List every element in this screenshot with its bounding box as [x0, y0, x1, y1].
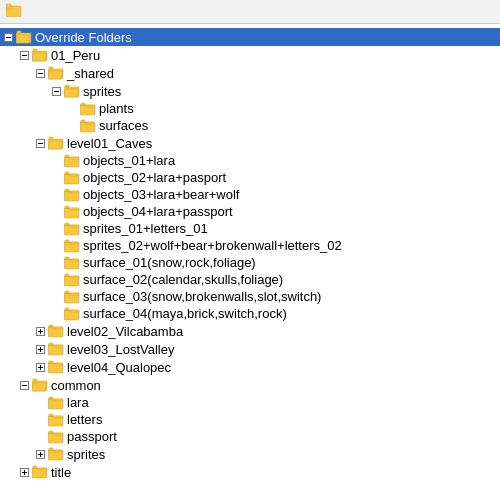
svg-rect-38: [65, 240, 69, 242]
tree-expander[interactable]: [32, 446, 48, 462]
tree-expander[interactable]: [32, 135, 48, 151]
svg-rect-76: [49, 448, 53, 450]
tree-node: letters: [0, 411, 500, 428]
tree-node-label: surface_01(snow,rock,foliage): [83, 255, 256, 270]
folder-icon: [64, 84, 80, 98]
tree-row[interactable]: sprites: [0, 445, 500, 463]
tree-container[interactable]: Override Folders 01_Peru _shared sprites…: [0, 24, 500, 496]
tree-row[interactable]: objects_01+lara: [0, 152, 500, 169]
tree-node-label: sprites: [83, 84, 121, 99]
folder-icon: [48, 66, 64, 80]
tree-expander[interactable]: [48, 83, 64, 99]
tree-node: title: [0, 463, 500, 481]
tree-expander[interactable]: [0, 29, 16, 45]
tree-node-label: sprites_01+letters_01: [83, 221, 208, 236]
tree-row[interactable]: letters: [0, 411, 500, 428]
svg-rect-2: [6, 4, 11, 7]
tree-row[interactable]: surface_04(maya,brick,switch,rock): [0, 305, 500, 322]
tree-row[interactable]: _shared: [0, 64, 500, 82]
tree-node-label: _shared: [67, 66, 114, 81]
folder-icon: [48, 413, 64, 427]
tree-row[interactable]: sprites_01+letters_01: [0, 220, 500, 237]
folder-icon: [48, 136, 64, 150]
tree-row[interactable]: surface_02(calendar,skulls,foliage): [0, 271, 500, 288]
tree-node: objects_02+lara+pasport: [0, 169, 500, 186]
tree-row[interactable]: level02_Vilcabamba: [0, 322, 500, 340]
tree-children: objects_01+lara objects_02+lara+pasport …: [0, 152, 500, 322]
svg-rect-81: [33, 466, 37, 468]
tree-node: level01_Caves objects_01+lara objects_02…: [0, 134, 500, 322]
tree-row[interactable]: surface_03(snow,brokenwalls,slot,switch): [0, 288, 500, 305]
tree-expander[interactable]: [16, 464, 32, 480]
tree-row[interactable]: Override Folders: [0, 28, 500, 46]
tree-children: sprites plants surfaces: [0, 82, 500, 134]
svg-rect-65: [33, 379, 37, 381]
tree-row[interactable]: surfaces: [0, 117, 500, 134]
tree-row[interactable]: level04_Qualopec: [0, 358, 500, 376]
tree-row[interactable]: level01_Caves: [0, 134, 500, 152]
tree-node-label: Override Folders: [35, 30, 132, 45]
tree-node-label: surface_02(calendar,skulls,foliage): [83, 272, 283, 287]
tree-children: plants surfaces: [0, 100, 500, 134]
tree-row[interactable]: plants: [0, 100, 500, 117]
tree-expander[interactable]: [32, 323, 48, 339]
tree-node: objects_04+lara+passport: [0, 203, 500, 220]
tree-children: _shared sprites plants surfaces level01_…: [0, 64, 500, 376]
tree-expander[interactable]: [32, 359, 48, 375]
tree-row[interactable]: 01_Peru: [0, 46, 500, 64]
tree-node-label: title: [51, 465, 71, 480]
tree-row[interactable]: level03_LostValley: [0, 340, 500, 358]
tree-row[interactable]: title: [0, 463, 500, 481]
tree-node: surface_04(maya,brick,switch,rock): [0, 305, 500, 322]
svg-rect-22: [81, 120, 85, 122]
tree-row[interactable]: objects_03+lara+bear+wolf: [0, 186, 500, 203]
svg-rect-14: [49, 67, 53, 69]
tree-node: passport: [0, 428, 500, 445]
svg-rect-40: [65, 257, 69, 259]
tree-node-label: objects_04+lara+passport: [83, 204, 233, 219]
tree-node-label: surface_03(snow,brokenwalls,slot,switch): [83, 289, 321, 304]
tree-row[interactable]: common: [0, 376, 500, 394]
folder-icon-address: [6, 3, 22, 20]
tree-row[interactable]: objects_02+lara+pasport: [0, 169, 500, 186]
tree-row[interactable]: sprites_02+wolf+bear+brokenwall+letters_…: [0, 237, 500, 254]
svg-rect-61: [49, 361, 53, 363]
tree-row[interactable]: sprites: [0, 82, 500, 100]
tree-node-label: objects_01+lara: [83, 153, 175, 168]
tree-expander[interactable]: [16, 377, 32, 393]
tree-node-label: plants: [99, 101, 134, 116]
svg-rect-71: [49, 431, 53, 433]
tree-node-label: common: [51, 378, 101, 393]
folder-icon: [48, 360, 64, 374]
address-bar: [0, 0, 500, 24]
tree-node: level02_Vilcabamba: [0, 322, 500, 340]
tree-children: lara letters passport sprites: [0, 394, 500, 463]
tree-node: sprites plants surfaces: [0, 82, 500, 134]
folder-icon: [48, 430, 64, 444]
tree-node: lara: [0, 394, 500, 411]
svg-rect-10: [33, 49, 37, 51]
tree-node-label: objects_02+lara+pasport: [83, 170, 226, 185]
tree-node: 01_Peru _shared sprites plants surfaces …: [0, 46, 500, 376]
tree-node-label: surfaces: [99, 118, 148, 133]
tree-row[interactable]: objects_04+lara+passport: [0, 203, 500, 220]
folder-icon: [64, 273, 80, 287]
folder-icon: [32, 48, 48, 62]
tree-row[interactable]: lara: [0, 394, 500, 411]
folder-icon: [64, 205, 80, 219]
folder-icon: [32, 378, 48, 392]
tree-expander[interactable]: [32, 341, 48, 357]
tree-children: 01_Peru _shared sprites plants surfaces …: [0, 46, 500, 481]
tree-row[interactable]: passport: [0, 428, 500, 445]
svg-rect-51: [49, 325, 53, 327]
tree-row[interactable]: surface_01(snow,rock,foliage): [0, 254, 500, 271]
tree-node: surface_03(snow,brokenwalls,slot,switch): [0, 288, 500, 305]
tree-expander[interactable]: [16, 47, 32, 63]
tree-node-label: surface_04(maya,brick,switch,rock): [83, 306, 287, 321]
svg-rect-69: [49, 414, 53, 416]
svg-rect-6: [17, 31, 21, 33]
svg-rect-42: [65, 274, 69, 276]
tree-expander[interactable]: [32, 65, 48, 81]
tree-node-label: objects_03+lara+bear+wolf: [83, 187, 239, 202]
folder-icon: [32, 465, 48, 479]
